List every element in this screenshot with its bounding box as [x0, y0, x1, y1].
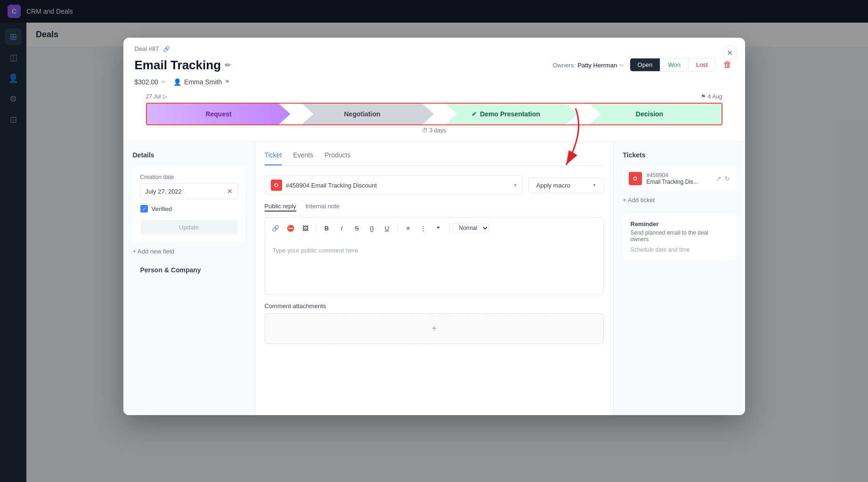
- toolbar-quote-btn[interactable]: ❝: [432, 221, 445, 235]
- add-field-button[interactable]: + Add new field: [133, 248, 245, 255]
- ticket-card-actions: ↗ ↻: [716, 175, 730, 182]
- tickets-title: Tickets: [623, 151, 736, 159]
- stage-negotiation[interactable]: Negotiation: [291, 104, 434, 124]
- modal-body: Details Creation date July 27, 2022 ✕ ✓ …: [123, 142, 745, 415]
- reply-tabs: Public reply Internal note: [265, 203, 604, 212]
- ticket-card-info: #458904 Email Tracking Dis...: [647, 172, 711, 185]
- toolbar-separator-2: [397, 223, 398, 233]
- stage-decision[interactable]: Decision: [578, 104, 722, 124]
- toolbar-underline-btn[interactable]: U: [381, 221, 394, 235]
- reminder-desc: Send planned email to the deal owners: [631, 229, 728, 243]
- ticket-selector-row: O #458904 Email Tracking Discount ▾ Appl…: [265, 175, 604, 195]
- attachments-section: Comment attachments +: [265, 302, 604, 344]
- ticket-card-id: #458904: [647, 172, 711, 179]
- toolbar-list-ol-btn[interactable]: ⋮: [417, 221, 430, 235]
- toolbar-strikethrough-btn[interactable]: S: [350, 221, 364, 235]
- flag-start-icon: ▷: [163, 93, 167, 100]
- tab-events[interactable]: Events: [293, 151, 313, 165]
- date-clear-icon[interactable]: ✕: [227, 188, 233, 195]
- ticket-card-name: Email Tracking Dis...: [647, 179, 711, 185]
- stage-check-icon: ✔: [471, 110, 477, 118]
- reply-tab-internal[interactable]: Internal note: [306, 203, 340, 212]
- pipeline-time: ⏱ 3 days: [146, 127, 722, 134]
- tabs: Ticket Events Products: [265, 151, 604, 166]
- tab-ticket[interactable]: Ticket: [265, 151, 282, 165]
- deal-title: Email Tracking ✏: [135, 58, 231, 73]
- reminder-title: Reminder: [631, 221, 728, 228]
- macro-text: Apply macro: [536, 182, 589, 189]
- deal-title-row: Email Tracking ✏ Owners: Patty Herrman ✏…: [135, 58, 734, 73]
- ticket-card: O #458904 Email Tracking Dis... ↗ ↻: [623, 166, 736, 191]
- pipeline-section: 27 Jul ▷ ⚑ 4 Aug Request Negotiatio: [135, 93, 734, 141]
- details-title: Details: [133, 151, 245, 159]
- right-panel: Tickets O #458904 Email Tracking Dis... …: [613, 142, 745, 415]
- amount-edit-icon[interactable]: ✏: [161, 79, 166, 85]
- ticket-card-badge: O: [629, 172, 642, 185]
- editor-area[interactable]: Type your public comment here: [265, 238, 604, 295]
- checkmark-icon: ✓: [142, 206, 146, 212]
- verified-row: ✓ Verified: [140, 205, 238, 212]
- attachments-dropzone[interactable]: +: [265, 313, 604, 344]
- deal-person: 👤 Emma Smith ⚑: [173, 78, 230, 86]
- pipeline-date-start: 27 Jul ▷: [146, 93, 167, 100]
- modal-overlay: Deal #87 🔗 Email Tracking ✏ Owners: Patt…: [0, 0, 868, 482]
- person-company-title: Person & Company: [140, 266, 238, 274]
- toolbar-code-btn[interactable]: {}: [365, 221, 379, 235]
- external-link-icon[interactable]: ↗: [716, 175, 722, 182]
- details-panel: Details Creation date July 27, 2022 ✕ ✓ …: [123, 142, 255, 415]
- pipeline-date-end: ⚑ 4 Aug: [701, 93, 722, 100]
- attachments-label: Comment attachments: [265, 302, 604, 310]
- creation-date-input[interactable]: July 27, 2022 ✕: [140, 183, 238, 199]
- deal-amount: $302.00 ✏: [135, 78, 166, 86]
- ticket-panel: Ticket Events Products O #458904 Email T…: [255, 142, 613, 415]
- person-flag-icon: ⚑: [225, 79, 230, 85]
- macro-chevron-icon: ▾: [593, 182, 596, 188]
- macro-select-dropdown[interactable]: Apply macro ▾: [528, 178, 604, 193]
- deal-sub-row: $302.00 ✏ 👤 Emma Smith ⚑: [135, 78, 734, 86]
- pipeline-dates: 27 Jul ▷ ⚑ 4 Aug: [146, 93, 722, 100]
- flag-end-icon: ⚑: [701, 93, 706, 100]
- owners-edit-icon[interactable]: ✏: [619, 62, 624, 69]
- stage-request[interactable]: Request: [147, 104, 291, 124]
- toolbar-link-btn[interactable]: 🔗: [269, 221, 282, 235]
- font-size-select[interactable]: Normal: [453, 223, 489, 233]
- toolbar-list-ul-btn[interactable]: ≡: [402, 221, 415, 235]
- pipeline-stages: Request Negotiation ✔ Demo Presentation …: [146, 103, 722, 125]
- status-open-button[interactable]: Open: [630, 58, 660, 71]
- status-lost-button[interactable]: Lost: [688, 58, 715, 71]
- link-icon: 🔗: [163, 46, 170, 52]
- owners-info: Owners: Patty Herrman ✏: [552, 61, 624, 69]
- ticket-select-dropdown[interactable]: O #458904 Email Tracking Discount ▾: [265, 175, 523, 195]
- modal-close-button[interactable]: ✕: [722, 45, 738, 60]
- toolbar-bold-btn[interactable]: B: [320, 221, 333, 235]
- deal-title-edit-icon[interactable]: ✏: [225, 61, 231, 70]
- status-won-button[interactable]: Won: [660, 58, 688, 71]
- editor-toolbar: 🔗 ⛔ 🖼 B I S {} U ≡ ⋮ ❝ Normal: [265, 217, 604, 238]
- toolbar-unlink-btn[interactable]: ⛔: [284, 221, 297, 235]
- toolbar-separator-3: [449, 223, 449, 233]
- editor-placeholder: Type your public comment here: [273, 247, 358, 254]
- ticket-badge: O: [271, 180, 282, 191]
- verified-label: Verified: [152, 205, 172, 212]
- toolbar-italic-btn[interactable]: I: [335, 221, 349, 235]
- stage-demo[interactable]: ✔ Demo Presentation: [434, 104, 578, 124]
- person-icon: 👤: [173, 78, 181, 86]
- reply-tab-public[interactable]: Public reply: [265, 203, 296, 212]
- modal-header: Deal #87 🔗 Email Tracking ✏ Owners: Patt…: [123, 38, 745, 142]
- deal-ref: Deal #87 🔗: [135, 45, 734, 52]
- verified-checkbox[interactable]: ✓: [140, 205, 148, 212]
- toolbar-image-btn[interactable]: 🖼: [299, 221, 312, 235]
- deal-meta-right: Owners: Patty Herrman ✏ Open Won Lost 🗑: [552, 58, 733, 72]
- creation-date-label: Creation date: [140, 174, 238, 180]
- reminder-section: Reminder Send planned email to the deal …: [623, 213, 736, 261]
- person-company-card: Person & Company: [133, 259, 245, 281]
- add-ticket-button[interactable]: + Add ticket: [623, 196, 736, 204]
- clock-icon: ⏱: [422, 127, 428, 134]
- tab-products[interactable]: Products: [324, 151, 350, 165]
- sync-icon[interactable]: ↻: [724, 175, 730, 182]
- update-button[interactable]: Update: [140, 220, 238, 235]
- creation-date-card: Creation date July 27, 2022 ✕ ✓ Verified…: [133, 166, 245, 242]
- ticket-chevron-icon: ▾: [514, 182, 517, 188]
- schedule-label: Schedule date and time: [631, 246, 728, 253]
- deal-modal: Deal #87 🔗 Email Tracking ✏ Owners: Patt…: [123, 38, 745, 415]
